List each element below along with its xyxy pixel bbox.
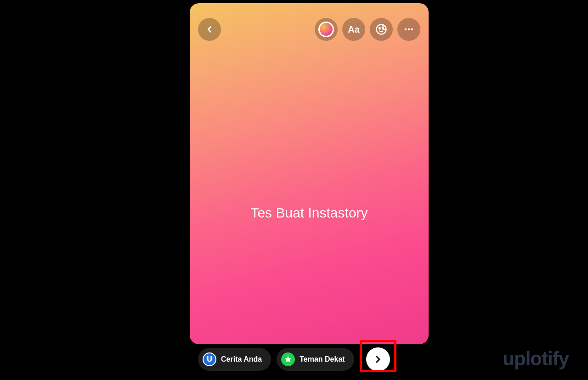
avatar-letter: U bbox=[207, 355, 212, 363]
editor-tools-group: Aa bbox=[315, 18, 420, 41]
sticker-icon bbox=[375, 23, 388, 36]
svg-point-4 bbox=[411, 28, 413, 30]
send-button[interactable] bbox=[366, 347, 390, 371]
share-bottom-bar: U Cerita Anda Teman Dekat bbox=[190, 347, 429, 372]
watermark-text: uplotify bbox=[503, 348, 569, 370]
svg-point-3 bbox=[408, 28, 410, 30]
chevron-right-icon bbox=[373, 354, 384, 365]
your-story-label: Cerita Anda bbox=[221, 355, 262, 363]
close-friends-label: Teman Dekat bbox=[300, 355, 345, 363]
avatar-icon: U bbox=[203, 352, 216, 366]
send-button-wrapper bbox=[360, 343, 396, 375]
close-friends-button[interactable]: Teman Dekat bbox=[277, 348, 354, 371]
chevron-left-icon bbox=[204, 24, 215, 34]
svg-point-0 bbox=[379, 28, 380, 29]
star-icon bbox=[284, 355, 292, 363]
svg-point-2 bbox=[405, 28, 407, 30]
editor-top-toolbar: Aa bbox=[190, 17, 429, 42]
phone-frame: Aa bbox=[190, 0, 429, 380]
background-color-button[interactable] bbox=[315, 18, 338, 41]
gradient-circle-icon bbox=[318, 22, 334, 37]
story-canvas[interactable]: Aa bbox=[190, 3, 429, 344]
story-text-overlay[interactable]: Tes Buat Instastory bbox=[190, 205, 429, 221]
sticker-button[interactable] bbox=[370, 18, 393, 41]
svg-marker-5 bbox=[285, 356, 292, 363]
back-button[interactable] bbox=[198, 18, 221, 41]
ellipsis-icon bbox=[403, 24, 414, 35]
close-friends-icon bbox=[281, 352, 295, 366]
text-tool-button[interactable]: Aa bbox=[342, 18, 365, 41]
more-options-button[interactable] bbox=[397, 18, 420, 41]
text-tool-icon: Aa bbox=[348, 24, 360, 35]
your-story-button[interactable]: U Cerita Anda bbox=[198, 348, 271, 371]
